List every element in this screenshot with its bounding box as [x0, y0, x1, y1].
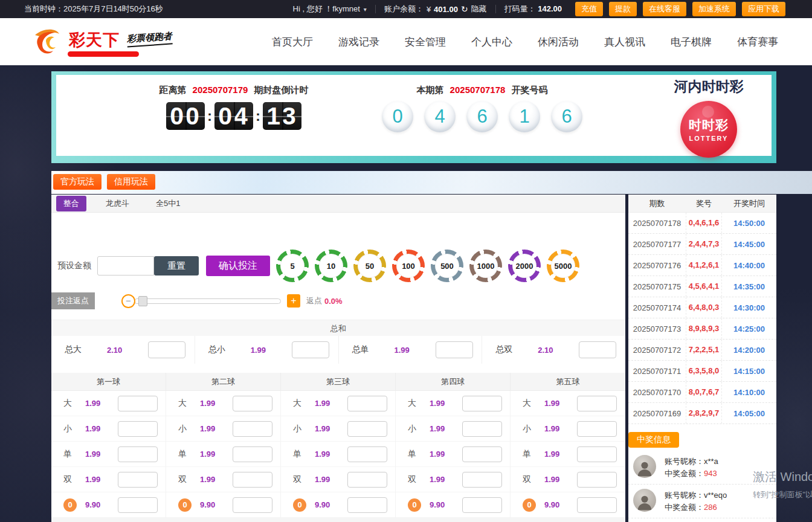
- play-mode-button[interactable]: 官方玩法: [53, 174, 102, 190]
- history-time: 14:20:00: [722, 346, 776, 355]
- bet-amount-input[interactable]: [233, 421, 272, 437]
- bet-chip[interactable]: 10: [315, 250, 347, 282]
- bet-amount-input[interactable]: [347, 497, 387, 513]
- bet-tab[interactable]: 全5中1: [149, 196, 187, 211]
- bet-amount-input[interactable]: [118, 396, 158, 411]
- bet-option-label: 大: [408, 398, 430, 409]
- bet-amount-input[interactable]: [118, 421, 158, 437]
- bet-option-label: 双: [408, 474, 430, 485]
- nav-item[interactable]: 首页大厅: [272, 35, 313, 49]
- history-numbers: 2,8,2,9,7: [686, 403, 722, 424]
- winner-item: 账号昵称：S**6 中奖金额：: [628, 518, 776, 522]
- winners-badge: 中奖信息: [628, 432, 679, 448]
- bet-amount-input[interactable]: [577, 446, 617, 462]
- winner-name: v**eqo: [704, 491, 727, 500]
- nav-item[interactable]: 体育赛事: [737, 35, 778, 49]
- bet-cell: 小 1.99: [281, 416, 395, 442]
- topbar-action-button[interactable]: 加速系统: [692, 2, 736, 16]
- bet-tab[interactable]: 龙虎斗: [98, 196, 137, 211]
- nav-item[interactable]: 休闲活动: [538, 35, 579, 49]
- bet-tab[interactable]: 整合: [56, 196, 86, 211]
- bet-amount-input[interactable]: [462, 396, 502, 411]
- preset-amount-input[interactable]: [97, 256, 154, 276]
- rebate-slider-track[interactable]: [134, 298, 281, 304]
- rebate-slider-handle[interactable]: [138, 296, 147, 306]
- bet-amount-input[interactable]: [577, 497, 617, 513]
- increase-rebate-button[interactable]: +: [287, 294, 300, 308]
- rebate-value: 0.0%: [324, 297, 343, 306]
- decrease-rebate-button[interactable]: −: [121, 294, 135, 308]
- bet-amount-input[interactable]: [577, 421, 617, 437]
- bet-amount-input[interactable]: [233, 472, 272, 488]
- bet-amount-input[interactable]: [462, 421, 502, 437]
- topbar-action-button[interactable]: 应用下载: [742, 2, 785, 16]
- user-menu[interactable]: Hi , 您好 ！fkymnet ▾: [293, 4, 367, 14]
- sum-bet-input[interactable]: [436, 341, 473, 358]
- confirm-bet-button[interactable]: 确认投注: [206, 256, 270, 276]
- topbar-action-button[interactable]: 充值: [575, 2, 603, 16]
- play-mode-button[interactable]: 信用玩法: [107, 174, 155, 190]
- flip-colon: :: [207, 108, 212, 124]
- bet-odds: 1.99: [315, 475, 345, 484]
- winner-amount-line: 中奖金额：943: [665, 468, 718, 480]
- topbar-action-button[interactable]: 在线客服: [643, 2, 686, 16]
- bet-amount-input[interactable]: [347, 396, 387, 411]
- bet-amount-input[interactable]: [118, 446, 158, 462]
- bet-chip[interactable]: 500: [431, 250, 463, 282]
- history-period: 20250707169: [628, 409, 686, 418]
- history-period: 20250707176: [628, 261, 686, 270]
- site-logo[interactable]: 彩天下 彩票领跑者: [31, 27, 172, 57]
- bet-amount-input[interactable]: [233, 497, 272, 513]
- sum-bet-cell: 总小 1.99: [195, 336, 339, 364]
- nav-item[interactable]: 游戏记录: [338, 35, 379, 49]
- nav-item[interactable]: 真人视讯: [604, 35, 645, 49]
- draw-number-ball: 0: [382, 101, 413, 132]
- history-period: 20250707172: [628, 346, 686, 355]
- sum-bet-input[interactable]: [292, 341, 329, 358]
- nav-item[interactable]: 个人中心: [471, 35, 512, 49]
- bet-chip[interactable]: 1000: [469, 250, 502, 282]
- bet-amount-input[interactable]: [577, 472, 617, 488]
- logo-main-text: 彩天下: [69, 31, 120, 49]
- divider: [495, 5, 496, 13]
- nav-item[interactable]: 安全管理: [405, 35, 446, 49]
- bet-chip[interactable]: 100: [392, 250, 425, 282]
- bet-cell: 单 1.99: [281, 442, 395, 467]
- bet-chip[interactable]: 5: [276, 250, 309, 282]
- ball-columns: 大 1.99 小 1.99 单 1.99: [51, 391, 625, 518]
- bet-amount-input[interactable]: [118, 497, 158, 513]
- bet-amount-input[interactable]: [347, 446, 387, 462]
- refresh-icon[interactable]: ↻: [461, 5, 468, 13]
- topbar-action-button[interactable]: 提款: [609, 2, 637, 16]
- bet-amount-input[interactable]: [118, 472, 158, 488]
- turnover: 打码量： 142.00: [504, 4, 562, 14]
- bet-chip[interactable]: 5000: [547, 250, 579, 282]
- bet-option-label: 0: [178, 498, 192, 512]
- history-time: 14:40:00: [722, 261, 776, 270]
- bet-option-label: 大: [63, 398, 85, 409]
- bet-chip[interactable]: 50: [353, 250, 386, 282]
- reset-button[interactable]: 重置: [154, 256, 199, 276]
- bet-amount-input[interactable]: [462, 472, 502, 488]
- bet-amount-input[interactable]: [347, 472, 387, 488]
- bet-chip[interactable]: 2000: [508, 250, 541, 282]
- sum-bet-input[interactable]: [148, 341, 185, 358]
- bet-amount-input[interactable]: [577, 396, 617, 411]
- nav-item[interactable]: 电子棋牌: [671, 35, 712, 49]
- bet-amount-input[interactable]: [347, 421, 387, 437]
- topbar-right: Hi , 您好 ！fkymnet ▾ 账户余额： ¥ 401.00 ↻ 隐藏 打…: [293, 2, 785, 16]
- chip-value: 50: [358, 254, 382, 278]
- bet-amount-input[interactable]: [462, 446, 502, 462]
- bet-amount-input[interactable]: [462, 497, 502, 513]
- bet-amount-input[interactable]: [233, 396, 272, 411]
- bet-amount-input[interactable]: [233, 446, 272, 462]
- sum-bet-input[interactable]: [579, 341, 616, 358]
- draw-number-ball: 1: [509, 101, 540, 132]
- hide-balance-button[interactable]: 隐藏: [471, 4, 487, 14]
- next-period-number: 20250707179: [193, 85, 248, 95]
- history-row: 20250707178 0,4,6,1,6 14:50:00: [628, 213, 776, 234]
- page: 当前时钟：2025年7月7日14时50分16秒 Hi , 您好 ！fkymnet…: [0, 0, 812, 522]
- winner-amount: 943: [704, 469, 717, 478]
- history-row: 20250707173 8,9,8,9,3 14:25:00: [628, 318, 776, 340]
- countdown-suffix: 期封盘倒计时: [254, 85, 309, 95]
